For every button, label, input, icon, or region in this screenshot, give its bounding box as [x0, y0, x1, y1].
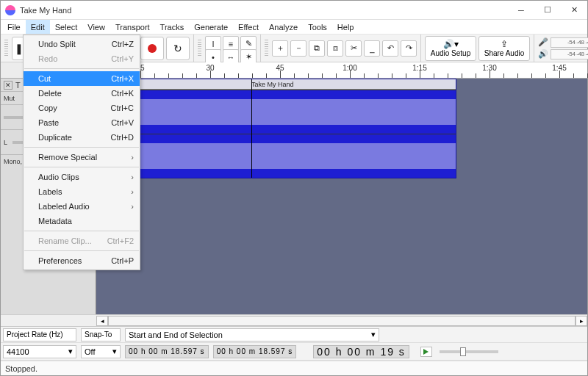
edit-rename-clip-shortcut: Ctrl+F2	[94, 236, 134, 245]
edit-paste-shortcut: Ctrl+V	[98, 118, 134, 127]
edit-labels-label: Labels	[38, 187, 62, 196]
trim-button[interactable]: ✂	[345, 40, 362, 57]
edit-cut-label: Cut	[38, 74, 51, 83]
timeline-ruler[interactable]: 1530451:001:151:301:45	[96, 62, 587, 78]
horizontal-scrollbar[interactable]: ◂ ▸	[1, 314, 587, 326]
menu-transport[interactable]: Transport	[110, 20, 155, 34]
audio-clip[interactable]: Take My Hand	[96, 79, 456, 178]
edit-labels[interactable]: Labels›	[24, 184, 140, 199]
submenu-arrow-icon: ›	[131, 187, 134, 196]
zoom-out-button[interactable]: －	[290, 40, 306, 57]
selection-mode[interactable]: Start and End of Selection▾	[125, 328, 379, 341]
grip-icon[interactable]	[198, 40, 201, 57]
position-time[interactable]: 00 h 00 m 19 s	[313, 345, 409, 358]
snap-to-select[interactable]: Off▾	[81, 345, 121, 358]
scroll-track[interactable]	[108, 316, 576, 326]
separator	[24, 147, 139, 148]
menu-help[interactable]: Help	[332, 20, 359, 34]
edit-audio-clips-label: Audio Clips	[38, 173, 79, 181]
play-at-speed-button[interactable]	[420, 347, 432, 357]
app-window: Take My Hand ─ ☐ ✕ File Edit Select View…	[0, 0, 588, 376]
edit-copy[interactable]: CopyCtrl+C	[24, 101, 140, 115]
selection-label-row: Project Rate (Hz) Snap-To Start and End …	[1, 327, 587, 343]
selection-end-time[interactable]: 00 h 00 m 18.597 s	[213, 345, 297, 358]
menubar: File Edit Select View Transport Tracks G…	[1, 20, 587, 35]
clip-title[interactable]: Take My Hand	[97, 79, 456, 90]
menu-tracks[interactable]: Tracks	[155, 20, 190, 34]
scroll-left-button[interactable]: ◂	[96, 316, 108, 326]
playback-meter[interactable]: -54 -48 -42 -36 -30 -24 -18 -12 -6	[551, 49, 588, 59]
fit-selection-button[interactable]: ⧉	[309, 40, 325, 57]
edit-rename-clip[interactable]: Rename Clip...Ctrl+F2	[24, 234, 140, 248]
submenu-arrow-icon: ›	[131, 202, 134, 211]
share-audio-button[interactable]: ⇪Share Audio	[478, 36, 530, 61]
pan-left-label: L	[4, 139, 7, 146]
mic-icon[interactable]: 🎤	[538, 37, 548, 47]
edit-redo[interactable]: RedoCtrl+Y	[24, 51, 140, 66]
edit-paste[interactable]: PasteCtrl+V	[24, 115, 140, 130]
zoom-in-button[interactable]: ＋	[272, 40, 288, 57]
submenu-arrow-icon: ›	[131, 173, 134, 181]
grip-icon[interactable]	[4, 40, 8, 57]
edit-rename-clip-label: Rename Clip...	[38, 236, 92, 245]
menu-tools[interactable]: Tools	[303, 20, 332, 34]
edit-labeled-audio-label: Labeled Audio	[38, 202, 90, 211]
edit-undo[interactable]: Undo SplitCtrl+Z	[24, 37, 140, 51]
close-button[interactable]: ✕	[561, 1, 587, 19]
edit-remove-special[interactable]: Remove Special›	[24, 150, 140, 164]
undo-button[interactable]: ↶	[382, 40, 398, 57]
menu-select[interactable]: Select	[50, 20, 83, 34]
bottom-panel: Project Rate (Hz) Snap-To Start and End …	[1, 326, 587, 375]
slider-thumb-icon[interactable]	[460, 347, 466, 356]
dropdown-arrow-icon: ▾	[112, 347, 117, 356]
menu-analyze[interactable]: Analyze	[264, 20, 303, 34]
loop-button[interactable]: ↻	[166, 37, 190, 60]
menu-generate[interactable]: Generate	[189, 20, 233, 34]
speaker-icon: 🔊▾	[443, 40, 459, 48]
dropdown-arrow-icon: ▾	[371, 330, 376, 339]
silence-button[interactable]: ⎯	[364, 40, 380, 57]
waveform-channel-1[interactable]	[97, 90, 456, 134]
record-meter[interactable]: -54 -48 -42 -36 -30 -24 -18 -12 -6	[551, 37, 588, 48]
app-icon	[5, 5, 15, 15]
share-audio-label: Share Audio	[484, 50, 525, 57]
record-button[interactable]	[140, 37, 164, 60]
edit-cut[interactable]: CutCtrl+X	[24, 71, 140, 86]
grip-icon[interactable]	[265, 40, 268, 57]
menu-edit[interactable]: Edit	[26, 20, 50, 34]
scroll-right-button[interactable]: ▸	[576, 316, 587, 326]
menu-effect[interactable]: Effect	[233, 20, 264, 34]
minimize-button[interactable]: ─	[508, 1, 534, 19]
edit-duplicate-shortcut: Ctrl+D	[98, 133, 134, 142]
edit-audio-clips[interactable]: Audio Clips›	[24, 170, 140, 184]
edit-preferences[interactable]: PreferencesCtrl+P	[24, 253, 140, 268]
dropdown-arrow-icon: ▾	[68, 347, 73, 356]
selection-start-time[interactable]: 00 h 00 m 18.597 s	[125, 345, 209, 358]
selection-mode-label: Start and End of Selection	[129, 330, 223, 339]
audio-setup-button[interactable]: 🔊▾Audio Setup	[425, 36, 476, 61]
menu-file[interactable]: File	[2, 20, 26, 34]
edit-duplicate-label: Duplicate	[38, 133, 72, 142]
edit-duplicate[interactable]: DuplicateCtrl+D	[24, 130, 140, 145]
project-rate-select[interactable]: 44100▾	[3, 345, 76, 358]
track-close-icon[interactable]: ✕	[4, 81, 12, 90]
waveform-channel-2[interactable]	[97, 134, 456, 178]
share-icon: ⇪	[501, 40, 508, 48]
edit-undo-shortcut: Ctrl+Z	[98, 40, 134, 48]
project-rate-value: 44100	[7, 347, 29, 356]
edit-delete[interactable]: DeleteCtrl+K	[24, 86, 140, 101]
edit-redo-shortcut: Ctrl+Y	[98, 54, 134, 63]
maximize-button[interactable]: ☐	[534, 1, 561, 19]
edit-metadata[interactable]: Metadata	[24, 214, 140, 228]
speaker-meter-icon[interactable]: 🔊	[538, 49, 548, 59]
ruler-label: 1:00	[343, 64, 356, 72]
playback-speed-slider[interactable]	[440, 350, 498, 353]
waveform-area[interactable]: Take My Hand	[96, 79, 587, 314]
fit-project-button[interactable]: ⧈	[327, 40, 343, 57]
edit-labeled-audio[interactable]: Labeled Audio›	[24, 199, 140, 214]
redo-button[interactable]: ↷	[401, 40, 417, 57]
snap-to-label: Snap-To	[81, 328, 121, 341]
menu-view[interactable]: View	[82, 20, 110, 34]
setup-group: 🔊▾Audio Setup ⇪Share Audio	[421, 35, 534, 62]
separator	[24, 231, 139, 231]
